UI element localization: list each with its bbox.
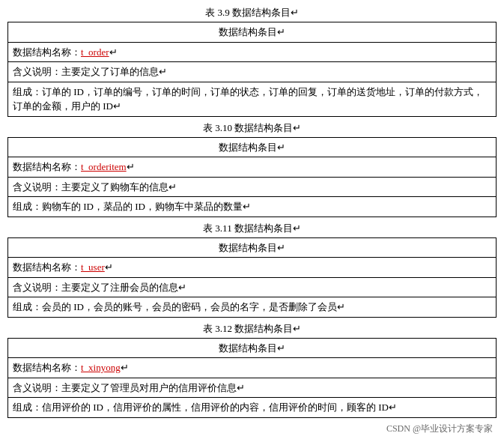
table-row: 组成：购物车的 ID，菜品的 ID，购物车中菜品的数量↵ xyxy=(8,197,497,217)
field-name: t_order xyxy=(81,46,109,58)
table-section-4: 表 3.12 数据结构条目↵数据结构条目↵数据结构名称：t_xinyong↵含义… xyxy=(7,322,497,418)
table-row: 数据结构名称：t_xinyong↵ xyxy=(8,358,497,378)
table-cell: 数据结构名称：t_orderitem↵ xyxy=(8,157,497,178)
row-suffix: ↵ xyxy=(109,46,118,58)
data-table-1: 数据结构条目↵数据结构名称：t_order↵含义说明：主要定义了订单的信息↵组成… xyxy=(7,22,497,117)
table-cell: 组成：订单的 ID，订单的编号，订单的时间，订单的状态，订单的回复，订单的送货地… xyxy=(8,82,497,116)
table-header-row: 数据结构条目↵ xyxy=(8,22,497,43)
table-row: 数据结构名称：t_user↵ xyxy=(8,258,497,278)
table-section-2: 表 3.10 数据结构条目↵数据结构条目↵数据结构名称：t_orderitem↵… xyxy=(7,121,497,217)
table-cell: 数据结构名称：t_order↵ xyxy=(8,42,497,62)
table-row: 组成：订单的 ID，订单的编号，订单的时间，订单的状态，订单的回复，订单的送货地… xyxy=(8,82,497,116)
table-cell: 含义说明：主要定义了管理员对用户的信用评价信息↵ xyxy=(8,378,497,398)
table-row: 数据结构名称：t_order↵ xyxy=(8,42,497,62)
table-caption-1: 表 3.9 数据结构条目↵ xyxy=(7,6,497,19)
table-cell: 含义说明：主要定义了购物车的信息↵ xyxy=(8,177,497,197)
field-label: 数据结构名称： xyxy=(13,161,81,172)
data-table-4: 数据结构条目↵数据结构名称：t_xinyong↵含义说明：主要定义了管理员对用户… xyxy=(7,338,497,418)
table-row: 含义说明：主要定义了订单的信息↵ xyxy=(8,62,497,82)
table-header-cell: 数据结构条目↵ xyxy=(8,237,497,258)
table-caption-4: 表 3.12 数据结构条目↵ xyxy=(7,322,497,336)
table-row: 含义说明：主要定义了购物车的信息↵ xyxy=(8,177,497,197)
row-suffix: ↵ xyxy=(121,362,129,373)
table-cell: 数据结构名称：t_xinyong↵ xyxy=(8,358,497,378)
watermark: CSDN @毕业设计方案专家 xyxy=(7,423,497,435)
table-cell: 组成：会员的 ID，会员的账号，会员的密码，会员的名字，是否删除了会员↵ xyxy=(8,297,497,318)
table-caption-3: 表 3.11 数据结构条目↵ xyxy=(7,222,497,235)
table-row: 组成：信用评价的 ID，信用评价的属性，信用评价的内容，信用评价的时间，顾客的 … xyxy=(8,398,497,418)
table-cell: 组成：购物车的 ID，菜品的 ID，购物车中菜品的数量↵ xyxy=(8,197,497,217)
table-row: 含义说明：主要定义了注册会员的信息↵ xyxy=(8,277,497,297)
field-name: t_orderitem xyxy=(81,161,127,172)
table-cell: 组成：信用评价的 ID，信用评价的属性，信用评价的内容，信用评价的时间，顾客的 … xyxy=(8,398,497,418)
table-header-row: 数据结构条目↵ xyxy=(8,338,497,358)
table-row: 含义说明：主要定义了管理员对用户的信用评价信息↵ xyxy=(8,378,497,398)
table-cell: 数据结构名称：t_user↵ xyxy=(8,258,497,278)
data-table-2: 数据结构条目↵数据结构名称：t_orderitem↵含义说明：主要定义了购物车的… xyxy=(7,137,497,217)
data-table-3: 数据结构条目↵数据结构名称：t_user↵含义说明：主要定义了注册会员的信息↵组… xyxy=(7,237,497,318)
table-row: 数据结构名称：t_orderitem↵ xyxy=(8,157,497,178)
table-cell: 含义说明：主要定义了订单的信息↵ xyxy=(8,62,497,82)
table-row: 组成：会员的 ID，会员的账号，会员的密码，会员的名字，是否删除了会员↵ xyxy=(8,297,497,318)
field-name: t_user xyxy=(81,261,105,273)
row-suffix: ↵ xyxy=(127,161,135,172)
table-header-cell: 数据结构条目↵ xyxy=(8,22,497,43)
field-name: t_xinyong xyxy=(81,362,121,373)
table-caption-2: 表 3.10 数据结构条目↵ xyxy=(7,121,497,135)
field-label: 数据结构名称： xyxy=(13,362,81,373)
field-label: 数据结构名称： xyxy=(13,261,81,273)
table-section-3: 表 3.11 数据结构条目↵数据结构条目↵数据结构名称：t_user↵含义说明：… xyxy=(7,222,497,318)
table-header-row: 数据结构条目↵ xyxy=(8,237,497,258)
table-header-cell: 数据结构条目↵ xyxy=(8,137,497,157)
table-header-row: 数据结构条目↵ xyxy=(8,137,497,157)
row-suffix: ↵ xyxy=(105,261,113,273)
table-section-1: 表 3.9 数据结构条目↵数据结构条目↵数据结构名称：t_order↵含义说明：… xyxy=(7,6,497,117)
field-label: 数据结构名称： xyxy=(13,46,81,58)
tables-container: 表 3.9 数据结构条目↵数据结构条目↵数据结构名称：t_order↵含义说明：… xyxy=(7,6,497,435)
table-cell: 含义说明：主要定义了注册会员的信息↵ xyxy=(8,277,497,297)
table-header-cell: 数据结构条目↵ xyxy=(8,338,497,358)
